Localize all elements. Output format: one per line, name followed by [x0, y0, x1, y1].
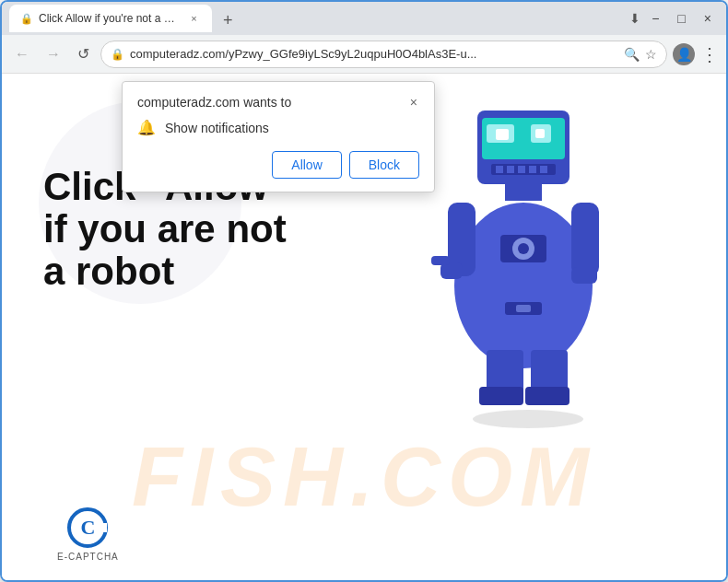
- browser-window: 🔒 Click Allow if you're not a robot × + …: [0, 0, 728, 582]
- profile-button[interactable]: 👤: [673, 43, 695, 65]
- chrome-download-icon[interactable]: ⬇: [629, 11, 640, 26]
- ecaptcha-logo: C E-CAPTCHA: [57, 507, 119, 562]
- svg-rect-21: [571, 267, 597, 284]
- popup-title: computeradz.com wants to: [137, 95, 291, 110]
- profile-icon: 👤: [676, 47, 692, 62]
- popup-close-button[interactable]: ×: [408, 95, 419, 110]
- address-bar[interactable]: 🔒 computeradz.com/yPzwy_GGfe9iyLSc9yL2uq…: [100, 41, 667, 68]
- svg-rect-19: [431, 256, 450, 265]
- tab-close-button[interactable]: ×: [187, 11, 201, 26]
- svg-rect-25: [525, 387, 569, 405]
- active-tab[interactable]: 🔒 Click Allow if you're not a robot ×: [9, 5, 212, 32]
- svg-rect-12: [505, 184, 542, 201]
- address-lock-icon: 🔒: [111, 48, 124, 61]
- minimize-button[interactable]: −: [644, 9, 666, 28]
- svg-rect-8: [507, 166, 514, 173]
- allow-button[interactable]: Allow: [272, 151, 341, 179]
- svg-rect-5: [535, 129, 545, 138]
- tab-title: Click Allow if you're not a robot: [39, 12, 178, 25]
- svg-point-28: [473, 410, 583, 428]
- heading-line2: if you are not: [43, 208, 287, 250]
- address-bar-row: ← → ↺ 🔒 computeradz.com/yPzwy_GGfe9iyLSc…: [2, 35, 726, 74]
- window-controls: ⬇ − □ ×: [629, 9, 719, 28]
- svg-point-16: [518, 243, 529, 254]
- notification-popup: computeradz.com wants to × 🔔 Show notifi…: [122, 81, 435, 192]
- heading-line3: a robot: [43, 250, 287, 293]
- block-button[interactable]: Block: [349, 151, 419, 179]
- back-button[interactable]: ←: [9, 42, 35, 66]
- popup-notification-row: 🔔 Show notifications: [137, 119, 419, 136]
- svg-rect-24: [479, 387, 523, 405]
- new-tab-button[interactable]: +: [216, 9, 241, 32]
- svg-rect-20: [571, 203, 599, 276]
- tab-security-icon: 🔒: [20, 13, 33, 25]
- reload-button[interactable]: ↺: [72, 41, 95, 66]
- menu-button[interactable]: ⋮: [700, 43, 719, 65]
- notification-text: Show notifications: [165, 121, 269, 135]
- title-bar: 🔒 Click Allow if you're not a robot × + …: [2, 2, 726, 35]
- svg-rect-4: [496, 129, 509, 140]
- popup-header: computeradz.com wants to ×: [137, 95, 419, 110]
- svg-rect-9: [518, 166, 525, 173]
- page-content: FISH.COM Click "Allow" if you are not a …: [2, 74, 726, 580]
- watermark-text: FISH.COM: [132, 430, 596, 525]
- svg-rect-11: [540, 166, 547, 173]
- popup-buttons: Allow Block: [137, 151, 419, 179]
- address-search-icon[interactable]: 🔍: [624, 47, 640, 62]
- svg-rect-27: [516, 305, 531, 312]
- tab-area: 🔒 Click Allow if you're not a robot × +: [9, 5, 624, 32]
- forward-button[interactable]: →: [41, 42, 66, 66]
- captcha-c-icon: C: [67, 507, 108, 548]
- bell-icon: 🔔: [137, 119, 156, 136]
- bookmark-icon[interactable]: ☆: [645, 47, 657, 62]
- url-display: computeradz.com/yPzwy_GGfe9iyLSc9yL2uqpu…: [130, 47, 618, 61]
- maximize-button[interactable]: □: [670, 9, 692, 28]
- svg-rect-7: [496, 166, 503, 173]
- svg-rect-10: [529, 166, 536, 173]
- close-button[interactable]: ×: [697, 9, 719, 28]
- captcha-label: E-CAPTCHA: [57, 552, 119, 562]
